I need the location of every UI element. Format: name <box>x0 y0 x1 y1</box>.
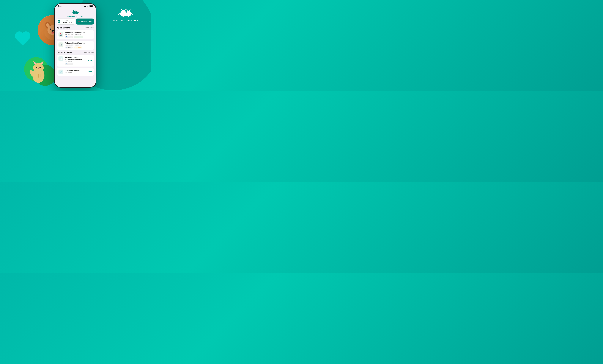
chevron-down-icon-2: ▾ <box>93 52 94 53</box>
svg-point-21 <box>39 67 41 68</box>
health-card-2: 💉 Distemper Vaccine Due in March Book <box>57 68 94 76</box>
health-due-1: Due in March <box>65 61 86 62</box>
svg-rect-44 <box>93 6 93 7</box>
appt-date-2: March 18, 2023 at 1:00pm <box>65 44 92 46</box>
status-time: 9:41 <box>58 5 61 7</box>
svg-marker-32 <box>121 8 123 11</box>
brand-logo-svg <box>117 6 135 18</box>
appointments-header: Appointments Next 6 Months ▾ <box>57 27 94 29</box>
brand-logo: HAPPY HEALTHY PETS™ <box>113 6 139 22</box>
paw-icon-1: 🐾 <box>66 36 68 38</box>
calendar-icon <box>58 21 60 22</box>
appt-tags-1: 🐾 Roland ✓ Confirmed <box>65 36 92 38</box>
svg-point-20 <box>36 67 37 68</box>
check-icon-1: ✓ <box>75 36 76 38</box>
appt-info-1: Wellness Exam / Vaccines March 18, 2023 … <box>65 32 92 38</box>
pet-tag-2: 🐾 Roland <box>65 46 73 48</box>
app-content: HAPPY HEALTHY PETS™ Book Appointment <box>55 8 96 87</box>
svg-point-23 <box>40 67 41 67</box>
status-bar: 9:41 <box>55 4 96 8</box>
health-title-2: Distemper Vaccine <box>65 69 86 71</box>
appt-title-1: Wellness Exam / Vaccines <box>65 32 92 33</box>
health-due-2: Due in March <box>65 72 86 73</box>
appointments-title: Appointments <box>57 27 70 29</box>
svg-rect-54 <box>58 21 60 22</box>
confirm-button-2[interactable]: ❗ Confirm <box>74 46 82 48</box>
appointments-filter[interactable]: Next 6 Months ▾ <box>84 27 94 29</box>
svg-point-22 <box>37 67 37 67</box>
message-icon: ➕ <box>78 21 80 22</box>
battery-icon <box>90 5 93 7</box>
svg-marker-48 <box>73 10 74 11</box>
book-appointment-button[interactable]: Book Appointment <box>57 19 75 24</box>
health-icon-1: 📋 <box>58 56 63 61</box>
health-card-1: 📋 Intestinal Parasite Prevention/Treatme… <box>57 55 94 66</box>
message-button-label: Message Clinic <box>81 21 92 22</box>
svg-point-9 <box>50 28 51 29</box>
status-icons <box>84 5 93 7</box>
health-icon-2: 💉 <box>58 69 63 74</box>
svg-rect-39 <box>85 6 85 7</box>
appointment-card-1: 🏥 Wellness Exam / Vaccines March 18, 202… <box>57 30 94 39</box>
appt-tags-2: 🐾 Roland ❗ Confirm <box>65 46 92 48</box>
svg-rect-40 <box>85 6 86 7</box>
wifi-icon <box>87 5 89 7</box>
app-brand-name: HAPPY HEALTHY PETS™ <box>57 16 94 17</box>
health-activities-title: Health Activities <box>57 51 72 54</box>
health-activities-header: Health Activities Next 6 Months ▾ <box>57 51 94 54</box>
appt-date-1: March 18, 2023 at 1:00pm <box>65 34 92 35</box>
paw-icon-2: 🐾 <box>66 47 68 48</box>
svg-rect-41 <box>86 5 86 7</box>
appt-title-2: Wellness Exam / Vaccines <box>65 42 92 44</box>
health-activities-filter[interactable]: Next 6 Months ▾ <box>84 52 94 53</box>
health-tags-1: 🐾 Roland <box>65 63 86 65</box>
health-pet-tag-1: 🐾 Roland <box>65 63 73 65</box>
app-header: HAPPY HEALTHY PETS™ <box>57 8 94 19</box>
appointment-card-2: 🏥 Wellness Exam / Vaccines March 18, 202… <box>57 41 94 50</box>
appt-info-2: Wellness Exam / Vaccines March 18, 2023 … <box>65 42 92 48</box>
svg-point-15 <box>33 63 44 72</box>
health-title-1: Intestinal Parasite Prevention/Treatment <box>65 56 86 61</box>
appt-icon-1: 🏥 <box>58 32 63 37</box>
svg-marker-49 <box>74 10 75 11</box>
svg-point-35 <box>127 11 130 14</box>
paw-icon-3: 🐾 <box>66 63 68 65</box>
svg-point-11 <box>52 30 54 32</box>
chevron-down-icon: ▾ <box>93 27 94 29</box>
pet-tag-1: 🐾 Roland <box>65 36 73 38</box>
svg-point-24 <box>38 68 39 69</box>
exclamation-icon: ❗ <box>75 47 77 48</box>
confirmed-tag-1: ✓ Confirmed <box>74 36 83 38</box>
message-clinic-button[interactable]: ➕ Message Clinic <box>76 19 94 24</box>
svg-point-7 <box>50 28 51 30</box>
svg-rect-38 <box>84 6 84 7</box>
health-info-2: Distemper Vaccine Due in March <box>65 69 86 74</box>
action-buttons: Book Appointment ➕ Message Clinic <box>57 19 94 24</box>
appt-icon-2: 🏥 <box>58 43 63 47</box>
svg-marker-37 <box>129 9 130 11</box>
svg-rect-45 <box>90 6 92 7</box>
brand-name-text: HAPPY HEALTHY PETS™ <box>113 20 139 22</box>
health-info-1: Intestinal Parasite Prevention/Treatment… <box>65 56 86 65</box>
signal-icon <box>84 5 86 7</box>
phone-screen: 9:41 <box>55 4 96 87</box>
svg-marker-33 <box>124 8 126 11</box>
svg-point-42 <box>88 6 88 7</box>
book-link-2[interactable]: Book <box>88 71 92 73</box>
phone-mockup: 9:41 <box>54 3 96 88</box>
svg-point-13 <box>52 33 54 34</box>
book-button-label: Book Appointment <box>61 20 74 23</box>
book-icon <box>58 20 60 23</box>
svg-marker-53 <box>77 10 78 11</box>
heart-decoration <box>16 33 29 46</box>
app-logo <box>71 9 80 15</box>
book-link-1[interactable]: Book <box>88 59 92 62</box>
cat-container <box>26 53 51 86</box>
